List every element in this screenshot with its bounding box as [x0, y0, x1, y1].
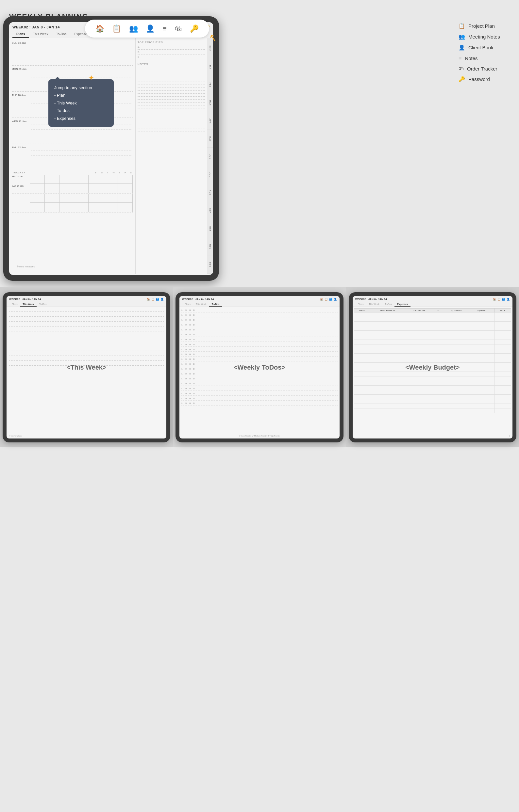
note-line [138, 70, 205, 70]
index-sep[interactable]: SEP [207, 202, 213, 220]
todos-tablet: WEEK02 : JAN 8 - JAN 14 🏠 📋 👥 👤 Plans Th… [175, 292, 343, 442]
bt2-home-icon[interactable]: 🏠 [320, 298, 323, 301]
bt2-calendar-icon[interactable]: 📋 [325, 298, 328, 301]
bt1-tab-this-week[interactable]: This Week [20, 302, 37, 307]
sidebar-label-client-book: Client Book [468, 45, 493, 50]
bt2-users-icon[interactable]: 👥 [329, 298, 332, 301]
tracker-day-t1: T [107, 171, 109, 174]
sidebar-item-project-plan[interactable]: 📋 Project Plan [459, 23, 514, 29]
day-row-sun: SUN 08 Jan [12, 39, 133, 66]
notes-section-label: NOTES [138, 63, 205, 66]
budget-content: DATE DESCRIPTION CATEGORY ✓ (+) CREDIT (… [353, 307, 513, 437]
note-line [138, 93, 205, 94]
tablet-index: INDEX JAN FEB MAR APR MAY JUN JUL AUG SE… [207, 38, 213, 274]
order-tracker-icon: 🛍 [459, 66, 464, 71]
index-jul[interactable]: JUL [207, 166, 213, 184]
bt2-tab-plans[interactable]: Plans [182, 302, 193, 307]
tablet-content: SUN 08 Jan MON 09 Jan TUE 10 Jan [9, 38, 213, 274]
tooltip-item-todos: - To-dos [54, 107, 108, 114]
index-nov[interactable]: NOV [207, 238, 213, 256]
sidebar-item-notes[interactable]: ≡ Notes [459, 55, 514, 61]
bt1-tab-plans[interactable]: Plans [9, 302, 20, 307]
this-week-wrapper: WEEK02 : JAN 8 - JAN 14 🏠 📋 👥 👤 Plans Th… [0, 287, 173, 447]
bt1-home-icon[interactable]: 🏠 [147, 298, 150, 301]
tab-plans[interactable]: Plans [12, 31, 29, 38]
sidebar-label-order-tracker: Order Tracker [467, 66, 497, 71]
bt3-home-icon[interactable]: 🏠 [493, 298, 496, 301]
index-apr[interactable]: APR [207, 112, 213, 130]
notes-lines [138, 67, 205, 132]
index-may[interactable]: MAY [207, 130, 213, 148]
tracker-cell [59, 203, 74, 212]
sidebar-item-client-book[interactable]: 👤 Client Book [459, 45, 514, 51]
bt2-user-icon[interactable]: 👤 [334, 298, 337, 301]
key-icon[interactable]: 🔑 [190, 25, 199, 33]
tab-to-dos[interactable]: To-Dos [52, 31, 71, 38]
tracker-cell [59, 194, 74, 203]
priorities-section: 1. 2. 3. [138, 45, 205, 60]
home-icon[interactable]: 🏠 [95, 25, 104, 33]
note-line [138, 128, 205, 129]
note-line [138, 82, 205, 82]
sidebar-item-meeting-notes[interactable]: 👥 Meeting Notes [459, 34, 514, 40]
user-settings-icon[interactable]: 👤 [146, 25, 155, 33]
bt1-calendar-icon[interactable]: 📋 [151, 298, 155, 301]
tracker-cell [88, 203, 103, 212]
tracker-cell [103, 203, 118, 212]
note-line [138, 120, 205, 120]
index-dec[interactable]: DEC [207, 256, 213, 274]
budget-wrapper: WEEK02 : JAN 8 - JAN 14 🏠 📋 👥 👤 Plans Th… [346, 287, 519, 447]
bt1-footer: © MinoTemplates [9, 435, 22, 437]
day-label-fri: FRI 13 Jan [12, 175, 30, 184]
calendar-icon[interactable]: 📋 [112, 25, 121, 33]
index-jun[interactable]: JUN [207, 148, 213, 166]
bt3-users-icon[interactable]: 👥 [502, 298, 505, 301]
notes-icon: ≡ [459, 55, 462, 61]
index-feb[interactable]: FEB [207, 76, 213, 94]
col-date: DATE [354, 309, 370, 313]
note-line [138, 111, 205, 111]
tracker-cell [103, 194, 118, 203]
index-oct[interactable]: OCT [207, 220, 213, 238]
budget-row [354, 408, 511, 413]
budget-row [354, 313, 511, 317]
bt2-tab-thisweek[interactable]: This Week [193, 302, 209, 307]
index-mar[interactable]: MAR [207, 94, 213, 112]
note-line [138, 126, 205, 126]
note-line [138, 87, 205, 88]
bt1-tab-todos[interactable]: To-Dos [36, 302, 49, 307]
bt2-tab-todos[interactable]: To-Dos [209, 302, 222, 307]
budget-table: DATE DESCRIPTION CATEGORY ✓ (+) CREDIT (… [354, 308, 511, 413]
index-jan[interactable]: JAN [207, 58, 213, 76]
budget-tablet: WEEK02 : JAN 8 - JAN 14 🏠 📋 👥 👤 Plans Th… [349, 292, 516, 442]
budget-row [354, 395, 511, 399]
note-line [138, 123, 205, 123]
bt3-user-icon[interactable]: 👤 [507, 298, 510, 301]
bt3-tab-thisweek[interactable]: This Week [366, 302, 382, 307]
top-nav-bar: 🏠 📋 👥 👤 ≡ 🛍 🔑 [85, 20, 209, 37]
bt1-user-icon[interactable]: 👤 [161, 298, 164, 301]
col-check: ✓ [434, 309, 442, 313]
bt3-tab-expenses[interactable]: Expenses [394, 302, 410, 307]
bt3-calendar-icon[interactable]: 📋 [497, 298, 501, 301]
users-icon[interactable]: 👥 [129, 25, 138, 33]
tab-this-week[interactable]: This Week [29, 31, 52, 38]
sidebar-item-order-tracker[interactable]: 🛍 Order Tracker [459, 66, 514, 71]
note-line [138, 99, 205, 99]
sidebar-item-password[interactable]: 🔑 Password [459, 76, 514, 82]
tracker-cell [88, 175, 103, 184]
col-debit: (-) DEBIT [470, 309, 494, 313]
col-description: DESCRIPTION [370, 309, 405, 313]
index-aug[interactable]: AUG [207, 184, 213, 202]
day-label-wed: WED 11 Jan [12, 119, 30, 123]
bt3-tab-plans[interactable]: Plans [355, 302, 366, 307]
week-label: WEEK02 : JAN 8 - JAN 14 [12, 25, 60, 29]
tracker-day-s1: S [95, 171, 97, 174]
bt1-users-icon[interactable]: 👥 [156, 298, 159, 301]
menu-icon[interactable]: ≡ [162, 25, 167, 33]
shop-icon[interactable]: 🛍 [174, 25, 182, 33]
tracker-cell [59, 184, 74, 193]
this-week-tablet: WEEK02 : JAN 8 - JAN 14 🏠 📋 👥 👤 Plans Th… [3, 292, 170, 442]
bt3-tab-todos[interactable]: To-Dos [382, 302, 394, 307]
day-label-thu: THU 12 Jan [12, 145, 30, 149]
